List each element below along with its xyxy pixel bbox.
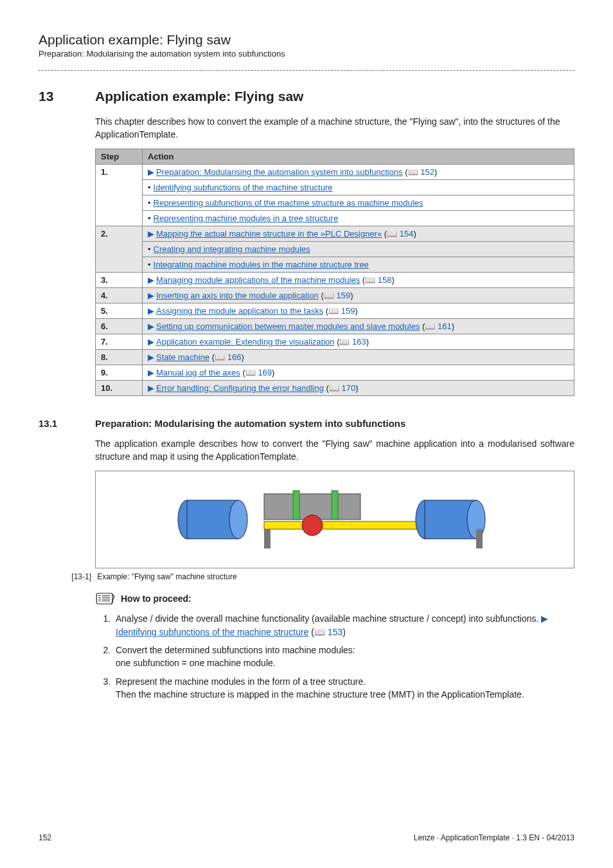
step-link[interactable]: Identifying subfunctions of the machine … <box>154 183 333 192</box>
page-number: 152 <box>39 833 51 842</box>
step-link[interactable]: Preparation: Modularising the automation… <box>156 167 403 177</box>
section-header: 13 Application example: Flying saw <box>39 89 574 104</box>
page-ref[interactable]: (📖 152) <box>403 167 438 177</box>
proceed-item: Analyse / divide the overall machine fun… <box>113 612 574 638</box>
step-action: ▶Manual jog of the axes (📖 169) <box>143 365 574 381</box>
step-link[interactable]: Application example: Extending the visua… <box>156 337 335 347</box>
page-ref[interactable]: (📖 166) <box>209 352 244 362</box>
triangle-icon: ▶ <box>148 275 154 285</box>
page-ref[interactable]: (📖 163) <box>335 337 369 347</box>
step-action: •Integrating machine modules in the mach… <box>143 257 574 273</box>
step-link[interactable]: Inserting an axis into the module applic… <box>156 291 319 300</box>
step-action: ▶Assigning the module application to the… <box>143 303 574 319</box>
section-title: Application example: Flying saw <box>95 89 303 104</box>
step-action: ▶Setting up communication between master… <box>143 319 574 334</box>
triangle-icon: ▶ <box>148 368 154 377</box>
page-subtitle: Preparation: Modularising the automation… <box>39 49 574 59</box>
step-link[interactable]: State machine <box>156 352 209 362</box>
step-number: 7. <box>96 334 143 350</box>
page-ref[interactable]: (📖 153) <box>308 627 345 637</box>
page-ref[interactable]: (📖 170) <box>324 383 359 393</box>
step-link[interactable]: Setting up communication between master … <box>156 321 420 331</box>
bullet-icon: • <box>148 213 151 223</box>
page-ref[interactable]: (📖 161) <box>420 321 454 331</box>
step-link[interactable]: Mapping the actual machine structure in … <box>156 229 382 239</box>
subsection-header: 13.1 Preparation: Modularising the autom… <box>39 418 574 429</box>
subsection-title: Preparation: Modularising the automation… <box>95 418 405 429</box>
triangle-icon: ▶ <box>148 306 154 316</box>
procedure-icon <box>95 592 116 606</box>
page-ref[interactable]: (📖 169) <box>240 368 275 377</box>
step-link[interactable]: Manual jog of the axes <box>156 368 240 377</box>
svg-rect-12 <box>476 529 483 548</box>
step-number: 10. <box>96 381 143 396</box>
step-action: ▶Application example: Extending the visu… <box>143 334 574 350</box>
proceed-item: Convert the determined subfunctions into… <box>113 644 574 670</box>
step-number: 4. <box>96 288 143 303</box>
page-footer: 152 Lenze · ApplicationTemplate · 1.3 EN… <box>39 833 574 842</box>
triangle-icon: ▶ <box>148 337 154 347</box>
step-action: •Representing machine modules in a tree … <box>143 211 574 226</box>
page-ref[interactable]: (📖 159) <box>319 291 353 300</box>
step-number: 5. <box>96 303 143 319</box>
step-number: 2. <box>96 226 143 273</box>
step-link[interactable]: Representing subfunctions of the machine… <box>154 198 423 208</box>
figure-label: [13-1] <box>59 572 95 581</box>
page-ref[interactable]: (📖 159) <box>323 306 358 316</box>
step-link[interactable]: Assigning the module application to the … <box>156 306 323 316</box>
page-ref[interactable]: (📖 158) <box>360 275 395 285</box>
step-number: 6. <box>96 319 143 334</box>
triangle-icon: ▶ <box>148 229 154 239</box>
svg-rect-7 <box>332 491 338 520</box>
bullet-icon: • <box>148 198 151 208</box>
proceed-text: Represent the machine modules in the for… <box>116 676 524 700</box>
step-action: ▶Managing module applications of the mac… <box>143 273 574 288</box>
step-link[interactable]: Representing machine modules in a tree s… <box>154 213 339 223</box>
triangle-icon: ▶ <box>148 352 154 362</box>
page-ref[interactable]: (📖 154) <box>382 229 416 239</box>
section-intro: This chapter describes how to convert th… <box>95 116 574 141</box>
machine-diagram <box>168 484 502 555</box>
svg-rect-6 <box>293 491 299 520</box>
step-action: ▶Inserting an axis into the module appli… <box>143 288 574 303</box>
figure-caption-text: Example: "Flying saw" machine structure <box>97 572 236 581</box>
divider <box>39 70 574 71</box>
proceed-text: Analyse / divide the overall machine fun… <box>116 613 541 624</box>
steps-table: Step Action 1.▶Preparation: Modularising… <box>95 149 574 396</box>
page-title: Application example: Flying saw <box>39 32 574 48</box>
step-action: •Identifying subfunctions of the machine… <box>143 180 574 195</box>
proceed-heading-row: How to proceed: <box>95 592 574 606</box>
step-link[interactable]: Managing module applications of the mach… <box>156 275 360 285</box>
svg-point-2 <box>229 500 247 539</box>
footer-right: Lenze · ApplicationTemplate · 1.3 EN - 0… <box>414 833 574 842</box>
step-link[interactable]: Creating and integrating machine modules <box>154 244 310 254</box>
svg-rect-11 <box>264 529 271 548</box>
svg-point-5 <box>302 515 323 536</box>
step-action: ▶Mapping the actual machine structure in… <box>143 226 574 242</box>
bullet-icon: • <box>148 183 151 192</box>
section-number: 13 <box>39 89 95 104</box>
step-number: 9. <box>96 365 143 381</box>
bullet-icon: • <box>148 260 151 269</box>
proceed-link[interactable]: Identifying subfunctions of the machine … <box>116 627 308 637</box>
subsection-number: 13.1 <box>39 418 95 429</box>
triangle-icon: ▶ <box>148 321 154 331</box>
step-action: ▶State machine (📖 166) <box>143 350 574 365</box>
triangle-icon: ▶ <box>148 167 154 177</box>
triangle-icon: ▶ <box>541 612 548 625</box>
step-number: 3. <box>96 273 143 288</box>
step-action: ▶Error handling: Configuring the error h… <box>143 381 574 396</box>
subsection-intro: The application example describes how to… <box>95 438 574 463</box>
step-number: 8. <box>96 350 143 365</box>
proceed-list: Analyse / divide the overall machine fun… <box>113 612 574 701</box>
step-action: ▶Preparation: Modularising the automatio… <box>143 165 574 180</box>
step-number: 1. <box>96 165 143 226</box>
bullet-icon: • <box>148 244 151 254</box>
step-action: •Creating and integrating machine module… <box>143 242 574 257</box>
col-step-header: Step <box>96 149 143 165</box>
col-action-header: Action <box>143 149 574 165</box>
figure-box <box>95 471 574 568</box>
triangle-icon: ▶ <box>148 291 154 300</box>
step-link[interactable]: Error handling: Configuring the error ha… <box>156 383 324 393</box>
step-link[interactable]: Integrating machine modules in the machi… <box>154 260 369 269</box>
